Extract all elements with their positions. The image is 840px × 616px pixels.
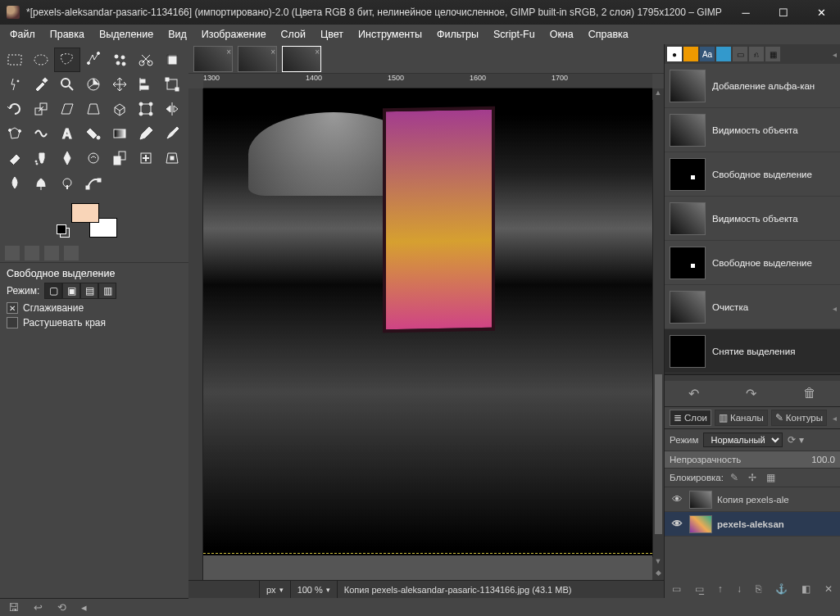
tool-ink[interactable] xyxy=(54,146,80,170)
tool-zoom[interactable] xyxy=(54,72,80,97)
tool-airbrush[interactable] xyxy=(28,146,54,170)
visibility-icon[interactable]: 👁 xyxy=(670,493,684,505)
tab-menu-icon[interactable]: ◂ xyxy=(833,304,837,313)
feather-checkbox[interactable] xyxy=(7,317,18,328)
fonts-tab-icon[interactable]: Aa xyxy=(700,47,715,61)
tool-pencil[interactable] xyxy=(133,121,159,146)
menu-layer[interactable]: Слой xyxy=(275,27,312,42)
brushes-tab-icon[interactable]: ● xyxy=(667,47,682,61)
scroll-up-icon[interactable]: ▲ xyxy=(652,88,664,100)
layer-group-button[interactable]: ▭̲ xyxy=(695,583,704,595)
layer-row[interactable]: 👁 Копия pexels-ale xyxy=(665,487,840,512)
image-tab-2[interactable]: × xyxy=(238,46,277,72)
lock-pixels-icon[interactable]: ✎ xyxy=(730,472,742,483)
tool-perspective-clone[interactable] xyxy=(159,146,185,170)
scrollbar-thumb[interactable] xyxy=(655,374,662,534)
mode-add-button[interactable]: ▣ xyxy=(62,283,80,299)
mode-subtract-button[interactable]: ▤ xyxy=(80,283,98,299)
tool-rect-select[interactable] xyxy=(2,48,28,72)
history-item[interactable]: Добавление альфа-кан xyxy=(665,64,840,108)
tool-text[interactable]: A xyxy=(54,121,80,146)
menu-windows[interactable]: Окна xyxy=(543,27,580,42)
tool-heal[interactable] xyxy=(133,146,159,170)
layer-thumbnail[interactable] xyxy=(689,515,712,533)
device-tab-icon[interactable] xyxy=(25,246,39,260)
history-scrollbar[interactable] xyxy=(665,374,840,381)
close-icon[interactable]: × xyxy=(226,48,231,57)
history2-tab-icon[interactable] xyxy=(716,47,731,61)
mode-intersect-button[interactable]: ▥ xyxy=(98,283,116,299)
tool-dodge-burn[interactable] xyxy=(54,170,80,195)
raise-layer-button[interactable]: ↑ xyxy=(718,583,723,595)
history-item[interactable]: Очистка xyxy=(665,285,840,329)
tool-color-picker[interactable] xyxy=(28,72,54,97)
tool-rotate[interactable] xyxy=(2,97,28,121)
history-tab-icon[interactable] xyxy=(44,246,59,260)
close-button[interactable]: ✕ xyxy=(802,0,840,25)
vertical-scrollbar[interactable]: ▲ ▼ ◆ xyxy=(652,88,664,580)
tool-align[interactable] xyxy=(133,72,159,97)
undo-button[interactable]: ↶ xyxy=(688,386,699,401)
foreground-color[interactable] xyxy=(71,203,99,223)
menu-tools[interactable]: Инструменты xyxy=(352,27,429,42)
lock-position-icon[interactable]: ✢ xyxy=(748,472,760,483)
tool-smudge[interactable] xyxy=(28,170,54,195)
menu-view[interactable]: Вид xyxy=(161,27,193,42)
tool-warp[interactable] xyxy=(28,121,54,146)
unit-selector[interactable]: px▾ xyxy=(259,581,290,598)
history-item[interactable]: Снятие выделения xyxy=(665,329,840,374)
document-tab-icon[interactable]: ▭ xyxy=(733,47,747,61)
tool-cage[interactable] xyxy=(2,121,28,146)
tool-clone[interactable] xyxy=(107,146,133,170)
tool-fuzzy-select[interactable] xyxy=(80,48,107,72)
tool-flip[interactable] xyxy=(159,97,185,121)
tool-crop[interactable] xyxy=(159,48,185,72)
mode-replace-button[interactable]: ▢ xyxy=(44,283,62,299)
tooloptions-tab-icon[interactable] xyxy=(5,246,20,260)
history-item[interactable]: Видимость объекта xyxy=(665,108,840,152)
tool-scale[interactable] xyxy=(28,97,54,121)
tool-move[interactable] xyxy=(107,72,133,97)
menu-color[interactable]: Цвет xyxy=(314,27,350,42)
image-tab-icon[interactable] xyxy=(64,246,79,260)
tab-menu-icon[interactable]: ◂ xyxy=(833,50,837,59)
restore-options-button[interactable]: ↩ xyxy=(34,601,43,614)
minimize-button[interactable]: ─ xyxy=(727,0,765,25)
menu-help[interactable]: Справка xyxy=(582,27,635,42)
antialias-checkbox[interactable]: ✕ xyxy=(7,302,18,314)
delete-layer-button[interactable]: ✕ xyxy=(824,583,833,595)
tool-scissors[interactable] xyxy=(133,48,159,72)
scroll-down-icon[interactable]: ▼ xyxy=(652,557,664,568)
templates-tab-icon[interactable]: ⎌ xyxy=(749,47,764,61)
tool-measure[interactable] xyxy=(80,72,107,97)
tool-eraser[interactable] xyxy=(2,146,28,170)
tool-shear[interactable] xyxy=(54,97,80,121)
image-tab-3[interactable]: × xyxy=(282,46,321,72)
maximize-button[interactable]: ☐ xyxy=(765,0,802,25)
merge-layer-button[interactable]: ⚓ xyxy=(775,583,788,595)
image-tab-1[interactable]: × xyxy=(193,46,233,72)
duplicate-layer-button[interactable]: ⎘ xyxy=(756,583,761,595)
tab-paths[interactable]: ✎ Контуры xyxy=(771,410,827,426)
close-icon[interactable]: × xyxy=(315,48,320,57)
menu-filters[interactable]: Фильтры xyxy=(430,27,485,42)
delete-options-button[interactable]: ⟲ xyxy=(57,601,66,614)
close-icon[interactable]: × xyxy=(270,48,275,57)
menu-file[interactable]: Файл xyxy=(3,27,42,42)
history-item[interactable]: Свободное выделение xyxy=(665,241,840,285)
tool-foreground-select[interactable] xyxy=(2,72,28,97)
menu-scriptfu[interactable]: Script-Fu xyxy=(487,27,542,42)
tool-free-select[interactable] xyxy=(54,48,80,72)
layer-name[interactable]: Копия pexels-ale xyxy=(717,495,789,505)
layer-thumbnail[interactable] xyxy=(689,491,712,509)
tool-mypaint[interactable] xyxy=(80,146,107,170)
tool-bucket-fill[interactable] xyxy=(80,121,107,146)
ruler-horizontal[interactable]: 1300 1400 1500 1600 1700 xyxy=(203,74,652,88)
menu-edit[interactable]: Правка xyxy=(43,27,91,42)
tool-by-color-select[interactable] xyxy=(107,48,133,72)
nav-icon[interactable]: ◆ xyxy=(652,568,664,580)
tab-menu-icon[interactable]: ◂ xyxy=(833,414,837,423)
lock-alpha-icon[interactable]: ▦ xyxy=(766,472,778,483)
layer-name[interactable]: pexels-aleksan xyxy=(717,519,784,529)
visibility-icon[interactable]: 👁 xyxy=(670,518,684,530)
